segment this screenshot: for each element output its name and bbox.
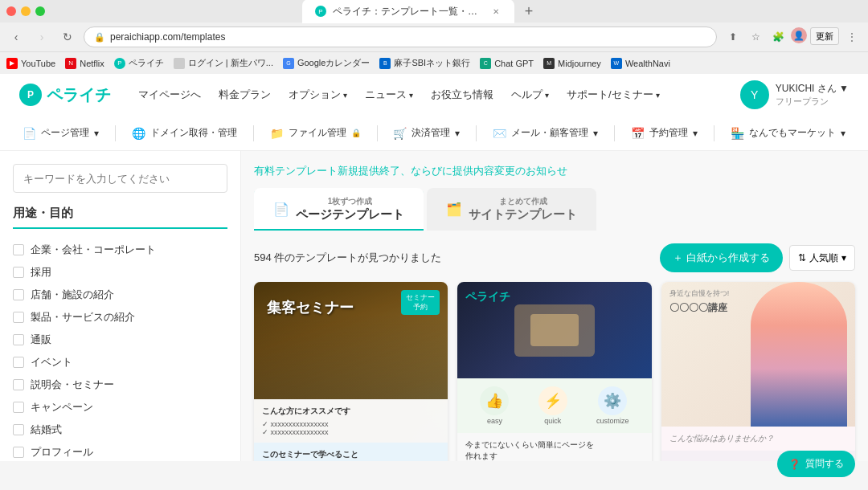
tab-site-template[interactable]: 🗂️ まとめて作成 サイトテンプレート [427, 188, 596, 231]
nav-help[interactable]: ヘルプ▾ [503, 83, 557, 107]
nav-option[interactable]: オプション▾ [280, 83, 355, 107]
category-seminar-label: 説明会・セミナー [31, 378, 114, 392]
template-thumb-course: 身近な自慢を持つ! 〇〇〇〇講座 [661, 282, 855, 427]
title-bar: P ペライチ：テンプレート一覧・ホ... ✕ + [0, 0, 868, 22]
category-campaign[interactable]: キャンペーン [13, 396, 227, 419]
bookmark-login[interactable]: ログイン | 新生パワ... [174, 57, 273, 69]
checkbox-wedding[interactable] [13, 424, 24, 435]
checkbox-event[interactable] [13, 357, 24, 368]
booking-chevron-icon: ▾ [693, 128, 698, 139]
user-name[interactable]: YUKICHI さん ▼ [776, 82, 849, 96]
checkbox-hire[interactable] [13, 267, 24, 278]
template-card-seminar[interactable]: 集客セミナー セミナー予約 こんな方にオススメです ✓ xxxxxxxxxxxx… [254, 282, 448, 461]
site-logo[interactable]: P ペライチ [19, 84, 111, 106]
new-tab-button[interactable]: + [518, 0, 540, 22]
login-icon [174, 58, 185, 69]
profile-icon[interactable]: 👤 [791, 27, 807, 43]
checkbox-seminar[interactable] [13, 379, 24, 390]
bank-icon: B [379, 58, 391, 69]
tab-page-template[interactable]: 📄 1枚ずつ作成 ページテンプレート [254, 188, 424, 231]
nav-support[interactable]: サポート/セミナー▾ [559, 83, 668, 107]
nav-news[interactable]: ニュース▾ [357, 83, 421, 107]
checkbox-corporate[interactable] [13, 244, 24, 255]
checkbox-store[interactable] [13, 289, 24, 300]
easy-icon: 👍 [480, 386, 509, 415]
create-from-blank-button[interactable]: ＋ 白紙から作成する [660, 243, 783, 272]
category-hire[interactable]: 採用 [13, 261, 227, 284]
bookmark-midjourney[interactable]: M Midjourney [543, 58, 601, 69]
traffic-lights [6, 6, 45, 16]
share-icon[interactable]: ⬆ [723, 27, 743, 47]
nav-mypage[interactable]: マイページへ [130, 83, 209, 107]
star-icon[interactable]: ☆ [746, 27, 765, 47]
tool-page-mgmt[interactable]: 📄 ページ管理 ▾ [13, 120, 108, 147]
nav-items: マイページへ 料金プラン オプション▾ ニュース▾ お役立ち情報 ヘルプ▾ サポ… [130, 83, 740, 107]
help-btn-label: 質問する [805, 457, 844, 471]
tab-close-button[interactable]: ✕ [490, 6, 502, 17]
bookmarks-bar: ▶ YouTube N Netflix P ペライチ ログイン | 新生パワ..… [0, 51, 868, 74]
sort-button[interactable]: ⇅ 人気順 ▾ [789, 245, 855, 271]
category-store[interactable]: 店舗・施設の紹介 [13, 284, 227, 306]
refresh-button[interactable]: ↻ [58, 27, 77, 47]
checkbox-campaign[interactable] [13, 402, 24, 413]
category-seminar[interactable]: 説明会・セミナー [13, 374, 227, 396]
forward-button[interactable]: › [32, 27, 51, 47]
bookmark-youtube[interactable]: ▶ YouTube [6, 58, 55, 69]
main-nav: P ペライチ マイページへ 料金プラン オプション▾ ニュース▾ お役立ち情報 … [0, 74, 868, 116]
bookmark-gcal[interactable]: G Googleカレンダー [283, 57, 370, 69]
bookmark-midjourney-label: Midjourney [558, 59, 601, 68]
address-bar: ‹ › ↻ 🔒 peraichiapp.com/templates ⬆ ☆ 🧩 … [0, 22, 868, 51]
category-corporate[interactable]: 企業・会社・コーポレート [13, 239, 227, 261]
gcal-icon: G [283, 58, 294, 69]
menu-icon[interactable]: ⋮ [842, 27, 862, 47]
bookmark-netflix[interactable]: N Netflix [65, 58, 104, 69]
tool-market[interactable]: 🏪 なんでもマーケット ▾ [721, 120, 855, 147]
youtube-icon: ▶ [6, 58, 18, 69]
bookmark-wealthnavi[interactable]: W WealthNavi [611, 58, 670, 69]
bookmark-chatgpt[interactable]: C Chat GPT [480, 58, 534, 69]
back-button[interactable]: ‹ [6, 27, 26, 47]
checkbox-ecommerce[interactable] [13, 334, 24, 345]
nav-useful[interactable]: お役立ち情報 [423, 83, 502, 107]
checkbox-profile[interactable] [13, 447, 24, 458]
bookmark-bank-label: 麻子SBIネット銀行 [394, 57, 470, 69]
tab-site-content: まとめて作成 サイトテンプレート [469, 196, 577, 223]
url-bar[interactable]: 🔒 peraichiapp.com/templates [84, 27, 717, 47]
template-card-course[interactable]: 身近な自慢を持つ! 〇〇〇〇講座 こんな悩みはありませんか？ [661, 282, 855, 461]
tool-booking[interactable]: 📅 予約管理 ▾ [621, 120, 707, 147]
tool-booking-label: 予約管理 [649, 126, 688, 140]
tool-domain[interactable]: 🌐 ドメイン取得・管理 [122, 120, 247, 147]
content-area: 用途・目的 企業・会社・コーポレート 採用 店舗・施設の紹介 製品・サービスの紹… [0, 151, 868, 461]
close-window-button[interactable] [6, 6, 16, 16]
category-wedding[interactable]: 結婚式 [13, 419, 227, 441]
chatgpt-icon: C [480, 58, 491, 69]
active-tab[interactable]: P ペライチ：テンプレート一覧・ホ... ✕ [302, 0, 514, 23]
category-event[interactable]: イベント [13, 351, 227, 374]
tool-mail[interactable]: ✉️ メール・顧客管理 ▾ [483, 120, 608, 147]
tab-title: ペライチ：テンプレート一覧・ホ... [333, 5, 477, 18]
course-tagline: 身近な自慢を持つ! [669, 288, 730, 299]
extensions-icon[interactable]: 🧩 [768, 27, 788, 47]
notice-bar[interactable]: 有料テンプレート新規提供終了、ならびに提供内容変更のお知らせ [254, 164, 855, 178]
course-question: こんな悩みはありませんか？ [669, 433, 847, 444]
tool-payment[interactable]: 🛒 決済管理 ▾ [383, 120, 469, 147]
category-profile[interactable]: プロフィール [13, 441, 227, 461]
toolbar-divider-2 [253, 125, 254, 141]
page-mgmt-chevron-icon: ▾ [94, 128, 99, 139]
tool-file[interactable]: 📁 ファイル管理 🔒 [260, 120, 371, 147]
bookmark-bank[interactable]: B 麻子SBIネット銀行 [379, 57, 470, 69]
template-card-peraiichi[interactable]: ペライチ 👍 easy [457, 282, 651, 461]
midjourney-icon: M [543, 58, 555, 69]
bookmark-chatgpt-label: Chat GPT [494, 59, 534, 68]
checkbox-product[interactable] [13, 312, 24, 323]
category-product[interactable]: 製品・サービスの紹介 [13, 306, 227, 329]
bookmark-peraiichi[interactable]: P ペライチ [114, 57, 164, 69]
help-button[interactable]: ❓ 質問する [777, 451, 855, 477]
category-ecommerce[interactable]: 通販 [13, 329, 227, 351]
support-chevron-icon: ▾ [656, 91, 660, 100]
maximize-window-button[interactable] [35, 6, 45, 16]
update-button[interactable]: 更新 [810, 27, 839, 45]
nav-pricing[interactable]: 料金プラン [211, 83, 279, 107]
minimize-window-button[interactable] [21, 6, 31, 16]
keyword-search-input[interactable] [13, 164, 227, 193]
